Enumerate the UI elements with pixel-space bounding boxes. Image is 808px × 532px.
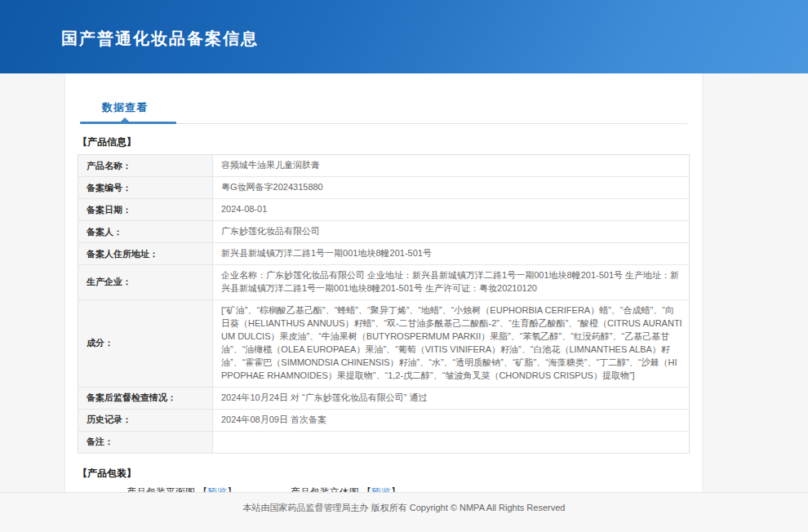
copyright-text: 本站由国家药品监督管理局主办 版权所有 Copyright © NMPA All… <box>243 502 566 514</box>
tab-bar: 数据查看 <box>80 100 687 124</box>
row-value: [“矿油”、“棕榈酸乙基己酯”、“蜂蜡”、“聚异丁烯”、“地蜡”、“小烛树（EU… <box>213 300 689 387</box>
table-row-history: 历史记录： 2024年08月09日 首次备案 <box>78 410 689 432</box>
row-label: 历史记录： <box>78 410 213 431</box>
row-label: 备案人住所地址： <box>78 243 213 264</box>
table-row-product-name: 产品名称： 容频城牛油果儿童润肤膏 <box>78 155 689 177</box>
row-value: 2024年08月09日 首次备案 <box>213 410 689 431</box>
tab-active-underline <box>80 122 176 124</box>
row-label: 生产企业： <box>78 265 213 299</box>
row-value: 2024年10月24日 对 “广东妙莲化妆品有限公司” 通过 <box>213 388 689 409</box>
packaging-section-title: 【产品包装】 <box>78 467 702 481</box>
page-header: 国产普通化妆品备案信息 <box>0 0 808 73</box>
row-label: 备案编号： <box>78 177 213 198</box>
row-value: 企业名称：广东妙莲化妆品有限公司 企业地址：新兴县新城镇万洋二路1号一期001地… <box>213 265 689 299</box>
row-value: 粤G妆网备字2024315880 <box>213 177 689 198</box>
table-row-filer-address: 备案人住所地址： 新兴县新城镇万洋二路1号一期001地块8幢201-501号 <box>78 243 689 265</box>
row-value: 容频城牛油果儿童润肤膏 <box>213 155 689 176</box>
row-label: 备案后监督检查情况： <box>78 388 213 409</box>
row-value: 新兴县新城镇万洋二路1号一期001地块8幢201-501号 <box>213 243 689 264</box>
row-label: 备注： <box>78 432 213 453</box>
row-value: 广东妙莲化妆品有限公司 <box>213 221 689 242</box>
row-label: 备案人： <box>78 221 213 242</box>
table-row-manufacturer: 生产企业： 企业名称：广东妙莲化妆品有限公司 企业地址：新兴县新城镇万洋二路1号… <box>78 265 689 300</box>
row-value: 2024-08-01 <box>213 199 689 220</box>
table-row-ingredients: 成分： [“矿油”、“棕榈酸乙基己酯”、“蜂蜡”、“聚异丁烯”、“地蜡”、“小烛… <box>78 300 689 388</box>
row-label: 备案日期： <box>78 199 213 220</box>
table-row-filer: 备案人： 广东妙莲化妆品有限公司 <box>78 221 689 243</box>
content-card: 数据查看 【产品信息】 产品名称： 容频城牛油果儿童润肤膏 备案编号： 粤G妆网… <box>65 73 702 532</box>
table-row-filing-number: 备案编号： 粤G妆网备字2024315880 <box>78 177 689 199</box>
product-info-section-title: 【产品信息】 <box>78 135 702 149</box>
row-label: 成分： <box>78 300 213 387</box>
triangle-up-icon <box>121 117 129 122</box>
table-row-remarks: 备注： <box>78 432 689 454</box>
table-row-filing-date: 备案日期： 2024-08-01 <box>78 199 689 221</box>
page-footer: 本站由国家药品监督管理局主办 版权所有 Copyright © NMPA All… <box>0 492 808 532</box>
page-title: 国产普通化妆品备案信息 <box>61 28 259 50</box>
product-info-table: 产品名称： 容频城牛油果儿童润肤膏 备案编号： 粤G妆网备字2024315880… <box>78 154 690 454</box>
table-row-supervision-check: 备案后监督检查情况： 2024年10月24日 对 “广东妙莲化妆品有限公司” 通… <box>78 388 689 410</box>
row-value <box>213 432 689 453</box>
row-label: 产品名称： <box>78 155 213 176</box>
